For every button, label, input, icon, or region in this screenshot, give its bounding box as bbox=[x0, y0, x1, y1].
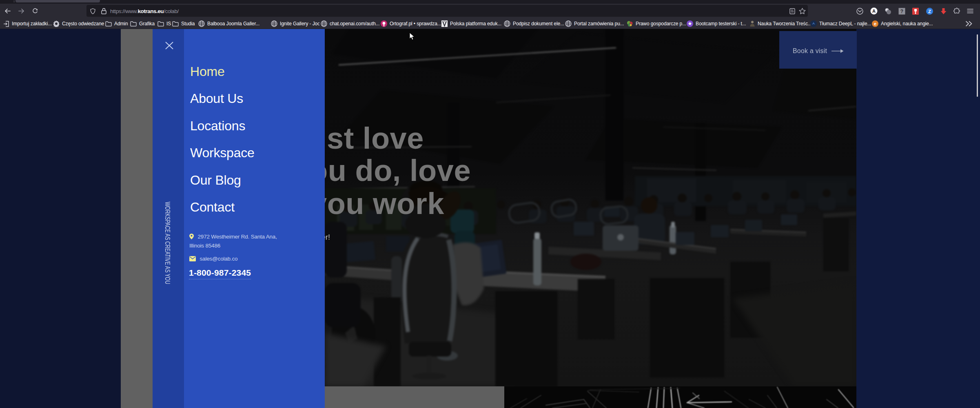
svg-text:?: ? bbox=[900, 8, 903, 14]
svg-text:Z: Z bbox=[928, 9, 931, 13]
svg-text:e: e bbox=[874, 21, 876, 26]
svg-text:A: A bbox=[872, 9, 876, 13]
